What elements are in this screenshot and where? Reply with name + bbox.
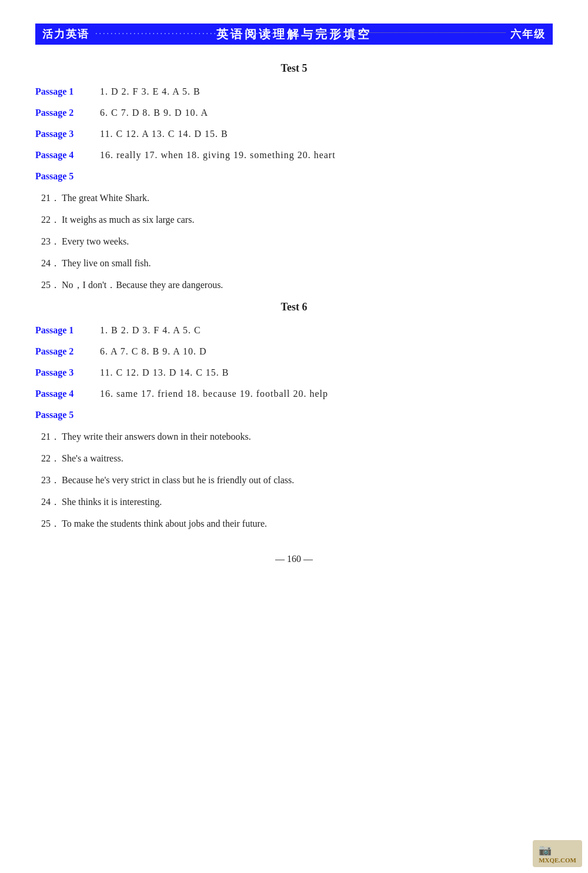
header-dotted-line xyxy=(306,32,506,33)
item-number: 25． xyxy=(41,518,62,530)
item-text: Because he's very strict in class but he… xyxy=(62,475,294,486)
test5-passage3-content: 11. C 12. A 13. C 14. D 15. B xyxy=(100,129,228,139)
test6-passage1-content: 1. B 2. D 3. F 4. A 5. C xyxy=(100,325,201,336)
test6-passage3-label: Passage 3 xyxy=(35,367,94,378)
item-text: Every two weeks. xyxy=(62,236,129,247)
test5-title: Test 5 xyxy=(35,62,553,75)
test5-passage1: Passage 1 1. D 2. F 3. E 4. A 5. B xyxy=(35,86,553,97)
list-item: 23．Every two weeks. xyxy=(35,236,553,248)
list-item: 22．It weighs as much as six large cars. xyxy=(35,214,553,226)
test6-passage4-content: 16. same 17. friend 18. because 19. foot… xyxy=(100,389,328,399)
test6-numbered-list: 21．They write their answers down in thei… xyxy=(35,431,553,530)
item-text: She thinks it is interesting. xyxy=(62,497,162,507)
test6-passage4: Passage 4 16. same 17. friend 18. becaus… xyxy=(35,389,553,399)
test5-numbered-list: 21．The great White Shark.22．It weighs as… xyxy=(35,192,553,292)
test6-passage2-label: Passage 2 xyxy=(35,346,94,357)
test5-passage4: Passage 4 16. really 17. when 18. giving… xyxy=(35,150,553,160)
item-number: 21． xyxy=(41,431,62,443)
test5-passage4-label: Passage 4 xyxy=(35,150,94,160)
test5-passage2: Passage 2 6. C 7. D 8. B 9. D 10. A xyxy=(35,108,553,118)
list-item: 24．They live on small fish. xyxy=(35,257,553,270)
test6-passage3-content: 11. C 12. D 13. D 14. C 15. B xyxy=(100,367,229,378)
item-number: 22． xyxy=(41,214,62,226)
list-item: 21．The great White Shark. xyxy=(35,192,553,205)
list-item: 21．They write their answers down in thei… xyxy=(35,431,553,443)
item-number: 24． xyxy=(41,496,62,509)
test5-passage4-content: 16. really 17. when 18. giving 19. somet… xyxy=(100,150,336,160)
test5-passage3: Passage 3 11. C 12. A 13. C 14. D 15. B xyxy=(35,129,553,139)
item-number: 25． xyxy=(41,279,62,292)
test5-passage2-label: Passage 2 xyxy=(35,108,94,118)
test5-passage1-label: Passage 1 xyxy=(35,86,94,97)
item-number: 21． xyxy=(41,192,62,205)
list-item: 24．She thinks it is interesting. xyxy=(35,496,553,509)
test6-passage5-label: Passage 5 xyxy=(35,410,94,420)
test6-passage2: Passage 2 6. A 7. C 8. B 9. A 10. D xyxy=(35,346,553,357)
header-center-title: 英语阅读理解与完形填空 xyxy=(216,26,372,42)
footer-page-number: — 160 — xyxy=(35,554,553,564)
item-text: To make the students think about jobs an… xyxy=(62,519,267,529)
list-item: 25．No，I don't．Because they are dangerous… xyxy=(35,279,553,292)
item-number: 22． xyxy=(41,453,62,465)
list-item: 23．Because he's very strict in class but… xyxy=(35,474,553,487)
test6-passage1: Passage 1 1. B 2. D 3. F 4. A 5. C xyxy=(35,325,553,336)
item-number: 24． xyxy=(41,257,62,270)
test5-passage2-content: 6. C 7. D 8. B 9. D 10. A xyxy=(100,108,208,118)
item-text: It weighs as much as six large cars. xyxy=(62,215,194,225)
header-right-title: 六年级 xyxy=(510,27,546,41)
test5-passage5-label-row: Passage 5 xyxy=(35,171,553,182)
item-text: They live on small fish. xyxy=(62,258,151,269)
item-text: She's a waitress. xyxy=(62,453,123,464)
test6-passage1-label: Passage 1 xyxy=(35,325,94,336)
item-text: They write their answers down in their n… xyxy=(62,432,251,442)
header-bar: 活力英语 ···································… xyxy=(35,24,553,45)
header-left-title: 活力英语 xyxy=(42,27,89,41)
test5-passage1-content: 1. D 2. F 3. E 4. A 5. B xyxy=(100,86,201,97)
item-number: 23． xyxy=(41,474,62,487)
test6-passage4-label: Passage 4 xyxy=(35,389,94,399)
test5-passage5-label: Passage 5 xyxy=(35,171,94,182)
list-item: 22．She's a waitress. xyxy=(35,453,553,465)
watermark-icon: 📷 xyxy=(539,844,576,857)
list-item: 25．To make the students think about jobs… xyxy=(35,518,553,530)
item-text: The great White Shark. xyxy=(62,193,149,203)
watermark-text: MXQE.COM xyxy=(539,857,576,864)
test6-title: Test 6 xyxy=(35,301,553,313)
watermark: 📷 MXQE.COM xyxy=(533,840,582,867)
test6-passage3: Passage 3 11. C 12. D 13. D 14. C 15. B xyxy=(35,367,553,378)
item-text: No，I don't．Because they are dangerous. xyxy=(62,279,223,292)
item-number: 23． xyxy=(41,236,62,248)
test6-passage2-content: 6. A 7. C 8. B 9. A 10. D xyxy=(100,346,206,357)
test6-passage5-label-row: Passage 5 xyxy=(35,410,553,420)
test5-passage3-label: Passage 3 xyxy=(35,129,94,139)
